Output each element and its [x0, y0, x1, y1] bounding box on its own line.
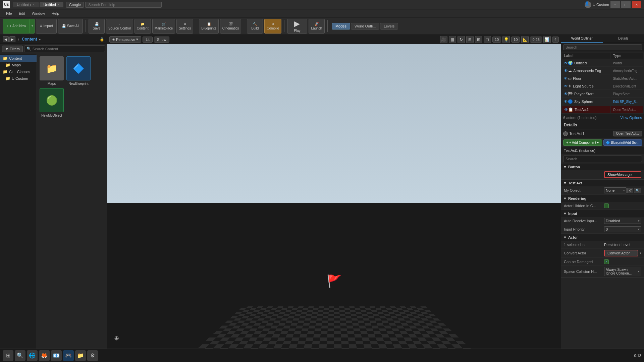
autoreceive-dropdown[interactable]: Disabled ▾	[604, 218, 641, 224]
vp-snap-icon[interactable]: 📐	[521, 36, 529, 43]
vp-camera-speed-icon[interactable]: 🎥	[440, 36, 447, 43]
tab-details[interactable]: Details	[603, 35, 644, 43]
taskbar-ie[interactable]: 🌐	[27, 350, 38, 361]
add-component-button[interactable]: + + Add Component ▾	[563, 139, 602, 146]
details-open-button[interactable]: Open TestAct...	[613, 131, 642, 136]
taskbar-firefox[interactable]: 🦊	[39, 350, 50, 361]
wo-row-untitled[interactable]: 👁🌍Untitled World	[562, 60, 643, 67]
content-search-input[interactable]	[33, 47, 103, 51]
world-outliner-button[interactable]: World Outli...	[351, 23, 379, 29]
taskbar-windows[interactable]: ⊞	[3, 350, 13, 361]
wo-col-type[interactable]: Type	[611, 53, 643, 59]
save-tool-button[interactable]: 💾 Save	[89, 19, 105, 34]
tab-world-outliner[interactable]: World Outliner	[561, 35, 603, 43]
vp-scale-icon[interactable]: ⊞	[466, 36, 474, 43]
folder-maps[interactable]: 📁 Maps	[0, 62, 37, 68]
details-section-testact-header[interactable]: ▼ Test Act	[561, 180, 644, 186]
wo-eye-light[interactable]: 👁	[564, 84, 568, 88]
filter-button[interactable]: ▼ Filters	[2, 46, 23, 52]
menu-edit[interactable]: Edit	[15, 11, 29, 16]
build-button[interactable]: 🔨 Build	[247, 19, 263, 34]
taskbar-settings[interactable]: ⚙	[87, 350, 98, 361]
lock-icon[interactable]: 🔒	[100, 37, 104, 42]
showmessage-input[interactable]: ShowMessage	[604, 171, 641, 178]
content-item-maps[interactable]: 📁 Maps	[40, 56, 64, 85]
blueprint-add-button[interactable]: 🔷 Blueprint/Add Scr...	[603, 139, 642, 146]
play-button[interactable]: ▶ Play	[287, 19, 307, 34]
myobject-reset-btn[interactable]: ↺	[627, 188, 633, 193]
details-section-button-header[interactable]: ▼ Button	[561, 164, 644, 170]
wo-col-label[interactable]: Label	[562, 53, 610, 59]
wo-row-sky[interactable]: 👁🔵Sky Sphere Edit BP_Sky_S...	[562, 98, 643, 105]
wo-row-player[interactable]: 👁🏁Player Start PlayerStart	[562, 90, 643, 98]
myobject-dropdown[interactable]: None ▾	[604, 187, 627, 193]
vp-layer-value[interactable]: 4	[552, 37, 559, 43]
google-label[interactable]: Google	[66, 2, 84, 8]
vp-mode-icon[interactable]: ⊞	[475, 36, 482, 43]
source-control-button[interactable]: ⑂ Source Control	[106, 19, 133, 34]
menu-window[interactable]: Window	[29, 11, 48, 16]
title-tab-2-close[interactable]: ×	[57, 3, 59, 6]
hidden-checkbox[interactable]	[604, 203, 609, 208]
details-search-input[interactable]	[563, 156, 642, 162]
minimize-button[interactable]: −	[610, 1, 620, 8]
damaged-checkbox[interactable]: ✓	[604, 259, 609, 264]
viewport[interactable]: 🚩 ⊕ Level: Untitled (Persistent)	[107, 44, 561, 362]
modes-button[interactable]: Modes	[332, 23, 350, 29]
content-breadcrumb[interactable]: Content	[22, 37, 37, 42]
details-section-actor-header[interactable]: ▼ Actor	[561, 234, 644, 241]
menu-file[interactable]: File	[3, 11, 15, 16]
content-item-newmyobject[interactable]: 🟢 NewMyObject	[40, 88, 64, 117]
menu-help[interactable]: Help	[48, 11, 63, 16]
taskbar-search[interactable]: 🔍	[15, 350, 25, 361]
myobject-search-btn[interactable]: 🔍	[634, 188, 641, 193]
maximize-button[interactable]: □	[621, 1, 631, 8]
vp-layer-icon[interactable]: 📊	[543, 36, 551, 43]
cinematics-button[interactable]: 🎬 Cinematics	[220, 19, 241, 34]
vp-show-btn[interactable]: Show	[154, 37, 169, 43]
add-new-arrow[interactable]: ▾	[30, 19, 35, 34]
taskbar-mail[interactable]: 📧	[51, 350, 62, 361]
wo-eye-floor[interactable]: 👁	[564, 76, 568, 81]
close-button[interactable]: ×	[632, 1, 641, 8]
wo-row-fog[interactable]: 👁☁Atmospheric Fog AtmosphericFog	[562, 67, 643, 74]
vp-lit-btn[interactable]: Lit	[143, 37, 153, 43]
folder-uicustom[interactable]: 📁 UICustom	[0, 75, 37, 82]
wo-eye-player[interactable]: 👁	[564, 92, 568, 96]
wo-row-floor[interactable]: 👁▭Floor StaticMeshAct...	[562, 75, 643, 82]
convert-actor-button[interactable]: Convert Actor	[604, 250, 638, 256]
content-item-newblueprint[interactable]: 🔷 NewBlueprint	[66, 56, 91, 85]
details-section-input-header[interactable]: ▼ Input	[561, 210, 644, 217]
wo-row-testact1[interactable]: 👁📋TestAct1 Open TestAct...	[562, 106, 643, 113]
search-for-help-input[interactable]	[85, 2, 162, 8]
nav-back[interactable]: ◀	[3, 36, 9, 42]
taskbar-file[interactable]: 📁	[75, 350, 86, 361]
content-button[interactable]: 📁 Content	[135, 19, 151, 34]
title-tab-1-close[interactable]: ×	[33, 3, 35, 6]
priority-dropdown[interactable]: 0 ▾	[604, 226, 641, 232]
marketplace-button[interactable]: 🛒 Marketplace	[152, 19, 175, 34]
title-tab-1[interactable]: Untitled+ ×	[13, 2, 39, 7]
taskbar-ue4[interactable]: 🎮	[63, 350, 74, 361]
wo-eye-testact1[interactable]: 👁	[564, 107, 568, 112]
view-options-btn[interactable]: View Options	[620, 116, 642, 120]
vp-grid-value2[interactable]: 10	[511, 37, 520, 43]
settings-button[interactable]: ⚙ Settings	[176, 19, 193, 34]
vp-surface-icon[interactable]: ◻	[484, 36, 491, 43]
details-section-rendering-header[interactable]: ▼ Rendering	[561, 195, 644, 202]
wo-row-light[interactable]: 👁☀Light Source DirectionalLight	[562, 83, 643, 90]
import-button[interactable]: ⬇ Import	[36, 19, 57, 34]
spawn-dropdown[interactable]: Always Spawn, Ignore Collision... ▾	[604, 267, 641, 276]
vp-perspective-btn[interactable]: ◈ Perspective ▾	[109, 36, 141, 43]
vp-light-icon[interactable]: 💡	[502, 36, 510, 43]
vp-grid-value[interactable]: 10	[492, 37, 501, 43]
wo-eye-untitled[interactable]: 👁	[564, 61, 568, 65]
vp-rotation-icon[interactable]: ↻	[458, 36, 465, 43]
save-all-button[interactable]: 💾 Save All	[58, 19, 83, 34]
folder-content[interactable]: 📁 Content	[0, 55, 37, 62]
wo-eye-sky[interactable]: 👁	[564, 99, 568, 104]
vp-grid-icon[interactable]: ▦	[449, 36, 456, 43]
vp-snap-value[interactable]: 0.25	[530, 37, 542, 43]
nav-forward[interactable]: ▶	[9, 36, 15, 42]
wo-search-input[interactable]	[563, 44, 642, 50]
